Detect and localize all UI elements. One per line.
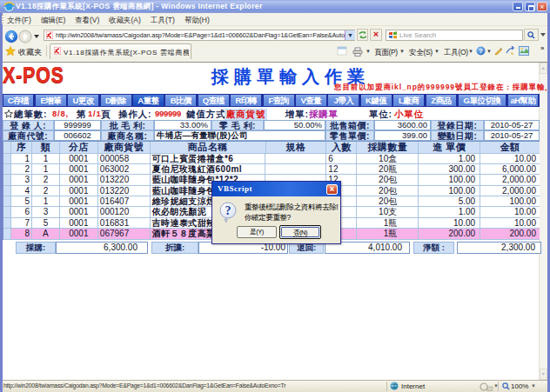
- svg-text:?: ?: [479, 47, 483, 55]
- svg-text:?: ?: [225, 204, 231, 217]
